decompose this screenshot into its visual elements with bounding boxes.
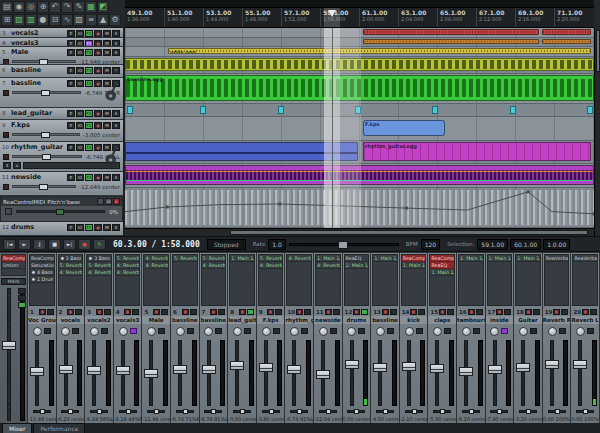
monitor-button[interactable] — [161, 309, 168, 315]
monitor-button[interactable] — [476, 309, 483, 315]
volume-fader[interactable] — [12, 60, 76, 63]
volume-fader-thumb[interactable] — [316, 370, 330, 379]
record-arm-indicator[interactable] — [3, 154, 9, 160]
record-arm-button[interactable] — [39, 309, 46, 315]
send-slot[interactable]: 5: Reverb 1/2 — [173, 255, 197, 262]
volume-fader-thumb[interactable] — [459, 367, 473, 376]
volume-fader-thumb[interactable] — [430, 364, 444, 373]
monitor-button[interactable] — [275, 309, 282, 315]
record-arm-button[interactable] — [553, 309, 560, 315]
routing-button[interactable] — [215, 328, 222, 334]
monitor-button[interactable] — [390, 309, 397, 315]
routing-button[interactable] — [416, 328, 423, 334]
mixer-strip-bassline[interactable]: 5: Reverb 1/26bassline-6.74 71%R — [171, 253, 200, 423]
routing-button[interactable] — [158, 328, 165, 334]
volume-fader-thumb[interactable] — [116, 366, 130, 375]
mixer-strip-tambourin[interactable]: 1: Main 1/216tambourin-9.10 center — [457, 253, 486, 423]
volume-fader-thumb[interactable] — [59, 365, 73, 374]
record-arm-button[interactable] — [124, 309, 131, 315]
send-slot[interactable]: 4: Reverb 1/2 — [202, 262, 226, 269]
record-arm-button[interactable] — [325, 309, 332, 315]
record-button[interactable]: ● — [78, 239, 91, 250]
pan-slider[interactable] — [262, 410, 280, 413]
track-panel-drums[interactable]: 12drumsEIOFX●MS — [0, 222, 123, 236]
fx-plugin-panel[interactable]: ReaControlMIDI Pitch'n'base–UI✕0% — [0, 196, 123, 222]
record-arm-button[interactable] — [410, 309, 417, 315]
pan-slider-thumb[interactable] — [40, 409, 45, 414]
pan-knob[interactable] — [548, 327, 557, 336]
midi-item[interactable] — [200, 106, 206, 114]
io-button[interactable]: IO — [76, 174, 84, 181]
solo-button[interactable]: S — [112, 224, 120, 231]
mixer-strip-bassline[interactable]: 5: Reverb 1/24: Reverb 1/27bassline-6.74… — [200, 253, 229, 423]
monitor-button[interactable] — [533, 309, 540, 315]
record-arm-button[interactable] — [525, 309, 532, 315]
ruler-tick[interactable]: 61.1.002:00.000 — [359, 8, 398, 27]
record-arm-button[interactable] — [439, 309, 446, 315]
mixer-strip-newside[interactable]: 1: Main 1/24: Reverb 1/211newside-12.04 … — [314, 253, 343, 423]
media-item-vocals3[interactable] — [542, 39, 591, 44]
record-arm-button[interactable] — [496, 309, 503, 315]
toolbar-button-settings[interactable]: ⚙ — [109, 14, 121, 26]
monitor-button[interactable] — [447, 309, 454, 315]
pan-slider-thumb[interactable] — [440, 409, 445, 414]
routing-button[interactable] — [72, 328, 79, 334]
fx-button[interactable]: FX — [85, 67, 93, 74]
pan-slider[interactable] — [462, 410, 480, 413]
fx-button[interactable]: FX — [85, 174, 93, 181]
record-arm-button[interactable]: ● — [94, 174, 102, 181]
mute-button[interactable]: M — [103, 67, 111, 74]
record-arm-button[interactable] — [182, 309, 189, 315]
pan-slider-thumb[interactable] — [297, 409, 302, 414]
pan-slider[interactable] — [548, 410, 566, 413]
monitor-button[interactable] — [304, 309, 311, 315]
mute-button[interactable]: M — [103, 224, 111, 231]
mute-button[interactable]: M — [103, 40, 111, 47]
monitor-button[interactable] — [333, 309, 340, 315]
record-arm-button[interactable] — [153, 309, 160, 315]
solo-button[interactable] — [18, 295, 26, 301]
io-button[interactable]: IO — [76, 144, 84, 151]
mixer-strip-drums[interactable]: ReaEQ1: Main 1/212drums0.00 center — [343, 253, 372, 423]
timeline-ruler[interactable]: 49.1.001:36.00051.1.001:40.00053.1.001:4… — [125, 8, 594, 28]
track-panel-newside[interactable]: 11newsideEIOFX●MS-12.049 center — [0, 172, 123, 196]
fx-panel-button[interactable]: – — [97, 198, 104, 205]
volume-fader-thumb[interactable] — [402, 362, 416, 371]
track-panel-rhythm-guitar[interactable]: 10rhythm_guitarEIOFX●MS-6.748 91%L4x — [0, 142, 123, 172]
mixer-strip-male[interactable]: 4: Reverb 1/24: Reverb 1/25Male-11.94 ce… — [142, 253, 171, 423]
routing-button[interactable] — [444, 328, 451, 334]
volume-fader-thumb[interactable] — [39, 184, 48, 190]
selection-start[interactable]: 59.1.00 — [477, 239, 508, 250]
pan-slider-thumb[interactable] — [183, 409, 188, 414]
routing-button[interactable] — [301, 328, 308, 334]
marker-lane[interactable] — [125, 0, 594, 8]
monitor-button[interactable] — [132, 309, 139, 315]
volume-fader[interactable] — [12, 155, 82, 158]
routing-button[interactable]: 4 — [3, 162, 11, 169]
fx-param-thumb[interactable] — [56, 209, 64, 215]
pan-slider[interactable] — [576, 410, 594, 413]
midi-item[interactable] — [587, 106, 593, 114]
mute-button[interactable]: M — [103, 122, 111, 129]
master-fader-thumb[interactable] — [2, 341, 16, 350]
envelope-button[interactable]: E — [67, 122, 75, 129]
media-item-vocals2[interactable] — [363, 29, 539, 35]
ruler-tick[interactable]: 53.1.001:44.000 — [203, 8, 242, 27]
midi-item[interactable] — [510, 106, 516, 114]
routing-button[interactable] — [530, 328, 537, 334]
fx-button[interactable]: FX — [85, 144, 93, 151]
solo-button[interactable]: S — [112, 30, 120, 37]
pan-slider-thumb[interactable] — [469, 409, 474, 414]
pan-slider-thumb[interactable] — [583, 409, 588, 414]
pan-knob[interactable] — [405, 327, 414, 336]
vertical-scrollbar-thumb[interactable] — [596, 30, 600, 72]
volume-fader-thumb[interactable] — [173, 365, 187, 374]
pan-knob[interactable] — [262, 327, 271, 336]
volume-fader-thumb[interactable] — [373, 363, 387, 372]
envelope-button[interactable]: E — [67, 49, 75, 56]
monitor-button[interactable] — [247, 309, 254, 315]
rate-value[interactable]: 1.0 — [268, 239, 286, 250]
monitor-button[interactable] — [561, 309, 568, 315]
routing-button[interactable] — [473, 328, 480, 334]
volume-fader-thumb[interactable] — [230, 361, 244, 370]
